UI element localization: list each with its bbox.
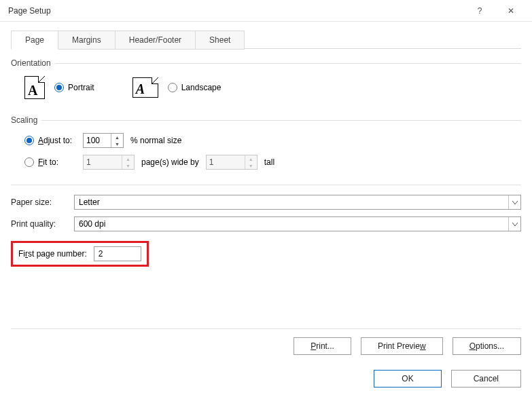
chevron-down-icon[interactable] [508,195,520,209]
fit-tall-input[interactable] [207,155,245,169]
tab-sheet[interactable]: Sheet [196,31,245,50]
adjust-suffix: % normal size [130,136,181,145]
fit-mid-label: page(s) wide by [141,157,199,167]
spin-up-icon[interactable]: ▲ [111,134,123,140]
portrait-icon: A [24,76,45,99]
paper-size-select[interactable]: Letter [74,195,521,210]
paper-size-label: Paper size: [11,197,69,207]
first-page-number-label: First page number: [18,249,87,259]
spin-down-icon[interactable]: ▼ [111,140,123,147]
print-quality-value: 600 dpi [75,219,508,229]
adjust-to-radio[interactable]: Adjust to: [24,136,76,145]
paper-size-value: Letter [75,197,508,207]
tab-margins[interactable]: Margins [58,31,116,50]
tab-strip: Page Margins Header/Footer Sheet [11,30,521,49]
portrait-radio[interactable]: Portrait [54,83,94,92]
tab-header-footer[interactable]: Header/Footer [116,31,196,50]
chevron-down-icon[interactable] [508,217,520,231]
spin-down-icon[interactable]: ▼ [122,162,134,169]
spin-up-icon[interactable]: ▲ [122,155,134,162]
landscape-icon: A [132,77,158,98]
fit-tall-spin[interactable]: ▲▼ [206,155,258,170]
print-button[interactable]: Print... [294,337,351,355]
first-page-number-input[interactable]: 2 [94,246,141,261]
adjust-spin[interactable]: ▲▼ [83,133,124,148]
adjust-rest: djust to: [43,136,72,145]
spin-up-icon[interactable]: ▲ [245,155,257,162]
cancel-button[interactable]: Cancel [451,370,521,387]
help-button[interactable]: ? [464,0,495,22]
options-button[interactable]: Options... [453,337,521,355]
print-preview-button[interactable]: Print Preview [361,337,443,355]
first-page-number-highlight: First page number: 2 [11,241,149,267]
landscape-radio[interactable]: Landscape [168,83,221,92]
fit-suffix: tall [264,157,274,167]
fit-wide-spin[interactable]: ▲▼ [83,155,135,170]
close-button[interactable]: ✕ [495,0,527,22]
fit-to-radio[interactable]: Fit to: [24,157,76,167]
orientation-group-label: Orientation [11,58,521,68]
adjust-value-input[interactable] [84,134,111,147]
ok-button[interactable]: OK [374,370,441,387]
print-quality-select[interactable]: 600 dpi [74,216,521,231]
fit-wide-input[interactable] [84,155,122,169]
scaling-group-label: Scaling [11,115,521,125]
spin-down-icon[interactable]: ▼ [245,162,257,169]
tab-page[interactable]: Page [11,31,58,50]
print-quality-label: Print quality: [11,219,69,229]
title-bar: Page Setup ? ✕ [0,0,532,22]
dialog-title: Page Setup [8,6,464,16]
